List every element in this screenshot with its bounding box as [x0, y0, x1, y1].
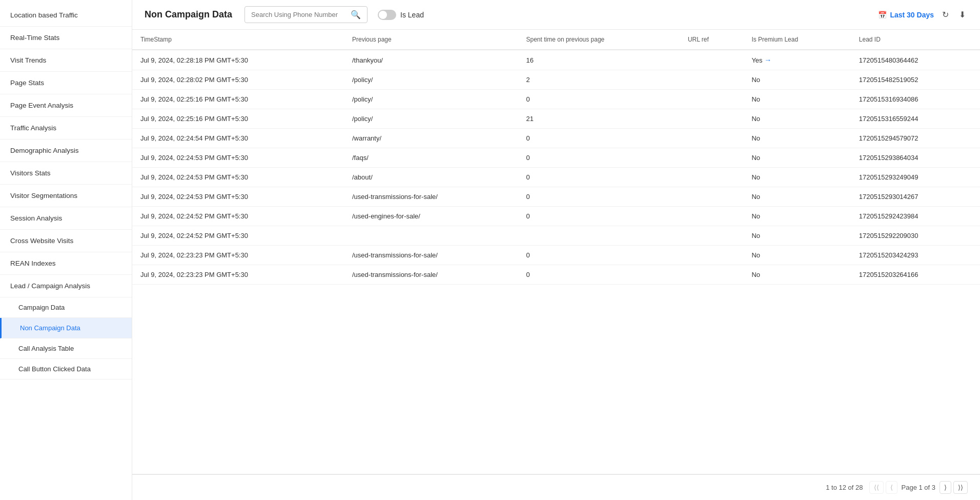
lead-id-cell: 1720515293864034: [851, 148, 980, 168]
download-button[interactable]: ⬇: [957, 8, 968, 22]
previous-page-cell: /about/: [344, 168, 518, 187]
spent-time-cell: 16: [518, 50, 680, 70]
col-header-spent-time-on-previous-page: Spent time on previous page: [518, 30, 680, 50]
url-ref-cell: [680, 246, 743, 265]
sidebar-item-visitor-segmentations[interactable]: Visitor Segmentations: [0, 185, 132, 207]
url-ref-cell: [680, 50, 743, 70]
sidebar: Location based TrafficReal-Time StatsVis…: [0, 0, 132, 500]
lead-id-cell: 1720515203424293: [851, 246, 980, 265]
is-premium-lead-cell: No: [743, 70, 850, 90]
url-ref-cell: [680, 226, 743, 246]
sidebar-item-page-stats[interactable]: Page Stats: [0, 72, 132, 94]
sidebar-item-call-button-clicked[interactable]: Call Button Clicked Data: [0, 359, 132, 379]
sidebar-item-real-time-stats[interactable]: Real-Time Stats: [0, 27, 132, 49]
timestamp-cell: Jul 9, 2024, 02:28:02 PM GMT+5:30: [132, 70, 344, 90]
spent-time-cell: 0: [518, 265, 680, 285]
lead-id-cell: 1720515316559244: [851, 109, 980, 129]
sidebar-item-traffic-analysis[interactable]: Traffic Analysis: [0, 117, 132, 139]
table-row: Jul 9, 2024, 02:25:16 PM GMT+5:30/policy…: [132, 90, 980, 109]
table-row: Jul 9, 2024, 02:28:02 PM GMT+5:30/policy…: [132, 70, 980, 90]
sidebar-item-call-analysis-table[interactable]: Call Analysis Table: [0, 338, 132, 359]
table-row: Jul 9, 2024, 02:24:52 PM GMT+5:30No17205…: [132, 226, 980, 246]
spent-time-cell: 0: [518, 168, 680, 187]
search-box[interactable]: 🔍: [244, 6, 368, 23]
sidebar-item-cross-website-visits[interactable]: Cross Website Visits: [0, 230, 132, 252]
previous-page-cell: [344, 226, 518, 246]
first-page-button[interactable]: ⟨⟨: [869, 481, 884, 494]
timestamp-cell: Jul 9, 2024, 02:24:54 PM GMT+5:30: [132, 129, 344, 148]
date-range-button[interactable]: 📅 Last 30 Days: [878, 11, 934, 19]
spent-time-cell: 0: [518, 187, 680, 207]
is-lead-toggle[interactable]: [378, 10, 396, 20]
url-ref-cell: [680, 70, 743, 90]
is-premium-lead-cell: No: [743, 207, 850, 226]
timestamp-cell: Jul 9, 2024, 02:24:52 PM GMT+5:30: [132, 226, 344, 246]
table-row: Jul 9, 2024, 02:28:18 PM GMT+5:30/thanky…: [132, 50, 980, 70]
table-row: Jul 9, 2024, 02:24:53 PM GMT+5:30/used-t…: [132, 187, 980, 207]
sidebar-item-page-event-analysis[interactable]: Page Event Analysis: [0, 94, 132, 117]
timestamp-cell: Jul 9, 2024, 02:25:16 PM GMT+5:30: [132, 109, 344, 129]
pagination-controls: ⟨⟨ ⟨ Page 1 of 3 ⟩ ⟩⟩: [869, 481, 968, 494]
url-ref-cell: [680, 168, 743, 187]
table-header: TimeStampPrevious pageSpent time on prev…: [132, 30, 980, 50]
timestamp-cell: Jul 9, 2024, 02:23:23 PM GMT+5:30: [132, 246, 344, 265]
url-ref-cell: [680, 90, 743, 109]
is-premium-lead-cell: No: [743, 168, 850, 187]
is-premium-lead-cell: No: [743, 148, 850, 168]
sidebar-item-rean-indexes[interactable]: REAN Indexes: [0, 252, 132, 275]
previous-page-cell: /faqs/: [344, 148, 518, 168]
sidebar-item-location-based-traffic[interactable]: Location based Traffic: [0, 4, 132, 27]
timestamp-cell: Jul 9, 2024, 02:23:23 PM GMT+5:30: [132, 265, 344, 285]
col-header-lead-id: Lead ID: [851, 30, 980, 50]
url-ref-cell: [680, 129, 743, 148]
header-actions: 📅 Last 30 Days ↻ ⬇: [878, 8, 968, 22]
prev-page-button[interactable]: ⟨: [886, 481, 897, 494]
url-ref-cell: [680, 187, 743, 207]
last-page-button[interactable]: ⟩⟩: [953, 481, 968, 494]
sidebar-item-visitors-stats[interactable]: Visitors Stats: [0, 162, 132, 185]
sidebar-item-session-analysis[interactable]: Session Analysis: [0, 207, 132, 230]
lead-id-cell: 1720515480364462: [851, 50, 980, 70]
table-row: Jul 9, 2024, 02:24:53 PM GMT+5:30/faqs/0…: [132, 148, 980, 168]
is-premium-lead-cell: No: [743, 187, 850, 207]
sidebar-item-visit-trends[interactable]: Visit Trends: [0, 49, 132, 72]
is-premium-lead-cell: Yes →: [743, 50, 850, 70]
previous-page-cell: /warranty/: [344, 129, 518, 148]
lead-id-cell: 1720515294579072: [851, 129, 980, 148]
previous-page-cell: /used-transmissions-for-sale/: [344, 265, 518, 285]
table-body: Jul 9, 2024, 02:28:18 PM GMT+5:30/thanky…: [132, 50, 980, 285]
arrow-icon: →: [764, 56, 771, 64]
is-premium-lead-cell: No: [743, 109, 850, 129]
lead-id-cell: 1720515482519052: [851, 70, 980, 90]
sidebar-item-demographic-analysis[interactable]: Demographic Analysis: [0, 139, 132, 162]
lead-id-cell: 1720515293014267: [851, 187, 980, 207]
lead-id-cell: 1720515292209030: [851, 226, 980, 246]
col-header-timestamp: TimeStamp: [132, 30, 344, 50]
sidebar-item-non-campaign-data[interactable]: Non Campaign Data: [0, 318, 132, 338]
spent-time-cell: 0: [518, 246, 680, 265]
sidebar-item-lead-campaign-analysis[interactable]: Lead / Campaign Analysis: [0, 275, 132, 297]
spent-time-cell: 0: [518, 148, 680, 168]
timestamp-cell: Jul 9, 2024, 02:24:53 PM GMT+5:30: [132, 168, 344, 187]
is-premium-lead-cell: No: [743, 246, 850, 265]
previous-page-cell: /used-engines-for-sale/: [344, 207, 518, 226]
col-header-url-ref: URL ref: [680, 30, 743, 50]
refresh-button[interactable]: ↻: [940, 8, 951, 22]
timestamp-cell: Jul 9, 2024, 02:24:53 PM GMT+5:30: [132, 148, 344, 168]
previous-page-cell: /thankyou/: [344, 50, 518, 70]
lead-id-cell: 1720515203264166: [851, 265, 980, 285]
spent-time-cell: 0: [518, 129, 680, 148]
table-footer: 1 to 12 of 28 ⟨⟨ ⟨ Page 1 of 3 ⟩ ⟩⟩: [132, 474, 980, 500]
previous-page-cell: /used-transmissions-for-sale/: [344, 246, 518, 265]
search-input[interactable]: [251, 11, 346, 18]
lead-id-cell: 1720515293249049: [851, 168, 980, 187]
timestamp-cell: Jul 9, 2024, 02:24:53 PM GMT+5:30: [132, 187, 344, 207]
table-row: Jul 9, 2024, 02:23:23 PM GMT+5:30/used-t…: [132, 265, 980, 285]
next-page-button[interactable]: ⟩: [940, 481, 951, 494]
is-premium-lead-cell: No: [743, 226, 850, 246]
col-header-previous-page: Previous page: [344, 30, 518, 50]
timestamp-cell: Jul 9, 2024, 02:25:16 PM GMT+5:30: [132, 90, 344, 109]
search-icon[interactable]: 🔍: [351, 10, 361, 19]
is-premium-lead-cell: No: [743, 129, 850, 148]
sidebar-item-campaign-data[interactable]: Campaign Data: [0, 297, 132, 318]
